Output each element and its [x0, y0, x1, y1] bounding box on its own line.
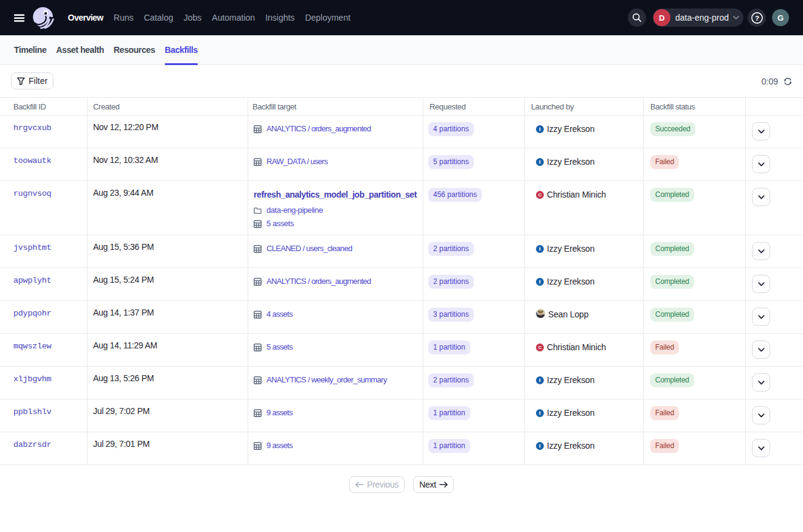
svg-text:C: C: [538, 192, 542, 198]
svg-text:?: ?: [754, 14, 759, 21]
svg-text:C: C: [538, 345, 542, 350]
